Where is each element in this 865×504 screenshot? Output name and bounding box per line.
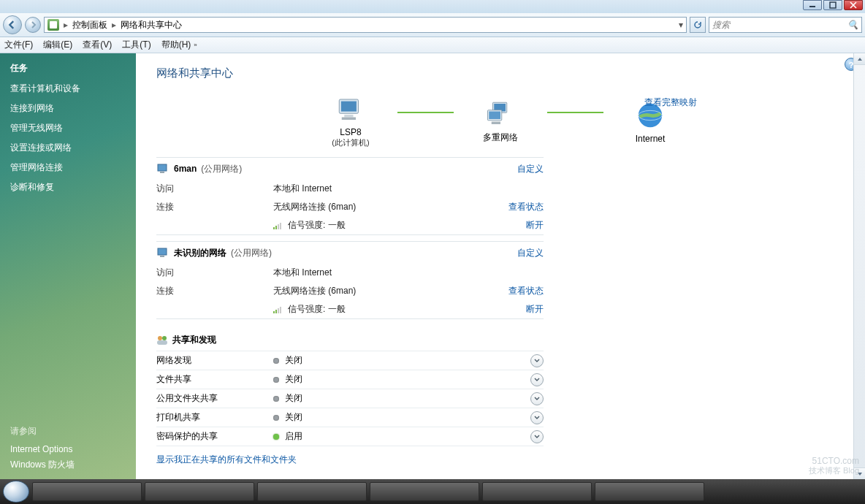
row-key: 访问 bbox=[156, 267, 273, 279]
seealso-link[interactable]: Internet Options bbox=[10, 442, 126, 457]
sharing-value: 关闭 bbox=[285, 354, 530, 367]
task-link[interactable]: 管理无线网络 bbox=[0, 118, 136, 138]
status-dot-icon bbox=[273, 377, 279, 383]
status-dot-icon bbox=[273, 396, 279, 402]
view-full-map-link[interactable]: 查看完整映射 bbox=[644, 96, 697, 109]
row-key bbox=[156, 303, 273, 316]
expand-button[interactable] bbox=[530, 392, 544, 405]
network-type: (公用网络) bbox=[201, 163, 242, 175]
taskbar-button[interactable] bbox=[370, 482, 479, 501]
breadcrumb-item[interactable]: 网络和共享中心 bbox=[121, 19, 182, 31]
row-value: 本地和 Internet bbox=[273, 267, 544, 279]
seealso-link[interactable]: Windows 防火墙 bbox=[10, 457, 126, 473]
sharing-key: 公用文件夹共享 bbox=[156, 392, 273, 405]
map-node-sublabel: (此计算机) bbox=[332, 137, 369, 148]
row-action-link[interactable]: 查看状态 bbox=[508, 201, 544, 213]
sharing-title: 共享和发现 bbox=[172, 334, 216, 346]
taskbar-button[interactable] bbox=[257, 482, 367, 501]
row-value: 信号强度: 一般断开 bbox=[273, 219, 544, 232]
status-dot-icon bbox=[273, 415, 279, 421]
task-link[interactable]: 诊断和修复 bbox=[0, 177, 136, 197]
breadcrumb-item[interactable]: 控制面板 bbox=[72, 19, 107, 31]
sharing-row: 网络发现 关闭 bbox=[156, 351, 544, 370]
row-action-link[interactable]: 断开 bbox=[526, 219, 544, 232]
network-row: 信号强度: 一般断开 bbox=[156, 216, 544, 234]
task-link[interactable]: 管理网络连接 bbox=[0, 158, 136, 177]
sharing-header: 共享和发现 bbox=[156, 334, 544, 346]
network-row: 访问 本地和 Internet bbox=[156, 180, 544, 198]
taskbar-button[interactable] bbox=[145, 482, 254, 501]
task-link[interactable]: 设置连接或网络 bbox=[0, 138, 136, 158]
network-name: 未识别的网络 bbox=[174, 247, 226, 259]
search-box[interactable]: 搜索 🔍 bbox=[709, 17, 862, 33]
show-shared-files-link[interactable]: 显示我正在共享的所有文件和文件夹 bbox=[156, 454, 544, 466]
network-section: 6man (公用网络) 自定义访问 本地和 Internet连接 无线网络连接 … bbox=[156, 157, 544, 235]
network-row: 连接 无线网络连接 (6man)查看状态 bbox=[156, 282, 544, 300]
row-key: 连接 bbox=[156, 201, 273, 213]
expand-button[interactable] bbox=[530, 373, 544, 386]
row-value: 无线网络连接 (6man)查看状态 bbox=[273, 201, 544, 213]
tasks-sidebar: 任务 查看计算机和设备 连接到网络 管理无线网络 设置连接或网络 管理网络连接 … bbox=[0, 53, 136, 479]
menu-chevron-icon[interactable]: » bbox=[194, 42, 197, 48]
refresh-button[interactable] bbox=[690, 17, 706, 33]
address-dropdown-icon[interactable]: ▾ bbox=[679, 20, 683, 30]
row-key: 连接 bbox=[156, 285, 273, 297]
breadcrumb-sep-icon: ▸ bbox=[112, 20, 116, 30]
customize-link[interactable]: 自定义 bbox=[517, 247, 544, 259]
sharing-table: 网络发现 关闭 文件共享 关闭 公用文件夹共享 关闭 打印机共享 关闭 密码保护… bbox=[156, 351, 544, 446]
network-row: 访问 本地和 Internet bbox=[156, 264, 544, 282]
menu-edit[interactable]: 编辑(E) bbox=[43, 39, 72, 51]
task-link[interactable]: 连接到网络 bbox=[0, 99, 136, 118]
close-button[interactable] bbox=[844, 0, 863, 10]
map-node-label: Internet bbox=[636, 134, 666, 144]
expand-button[interactable] bbox=[530, 411, 544, 424]
menu-bar: 文件(F) 编辑(E) 查看(V) 工具(T) 帮助(H) » bbox=[0, 37, 865, 53]
expand-button[interactable] bbox=[530, 430, 544, 443]
sharing-value: 启用 bbox=[285, 430, 530, 443]
vertical-scrollbar[interactable] bbox=[853, 53, 865, 479]
expand-button[interactable] bbox=[530, 354, 544, 367]
sharing-row: 密码保护的共享 启用 bbox=[156, 427, 544, 446]
sharing-key: 文件共享 bbox=[156, 373, 273, 386]
taskbar-button[interactable] bbox=[482, 482, 592, 501]
forward-button[interactable] bbox=[25, 17, 41, 33]
customize-link[interactable]: 自定义 bbox=[517, 163, 544, 175]
tasks-header: 任务 bbox=[0, 62, 136, 79]
network-row: 信号强度: 一般断开 bbox=[156, 300, 544, 318]
menu-view[interactable]: 查看(V) bbox=[83, 39, 112, 51]
menu-help[interactable]: 帮助(H) bbox=[161, 39, 191, 51]
scroll-up-icon[interactable] bbox=[854, 53, 865, 65]
minimize-button[interactable] bbox=[803, 0, 822, 10]
map-connection-line bbox=[397, 112, 454, 113]
main-content: ? 网络和共享中心 查看完整映射 LSP8 (此计算机) 多重网络 bbox=[136, 53, 865, 479]
row-action-link[interactable]: 断开 bbox=[526, 303, 544, 316]
svg-rect-4 bbox=[344, 115, 353, 118]
scroll-down-icon[interactable] bbox=[854, 467, 865, 479]
back-button[interactable] bbox=[3, 15, 22, 34]
map-node-label: 多重网络 bbox=[483, 131, 518, 144]
sharing-row: 文件共享 关闭 bbox=[156, 370, 544, 389]
taskbar-button[interactable] bbox=[32, 482, 142, 501]
network-icon bbox=[485, 101, 516, 127]
row-value: 本地和 Internet bbox=[273, 183, 544, 195]
users-icon bbox=[156, 335, 168, 346]
network-section: 未识别的网络 (公用网络) 自定义访问 本地和 Internet连接 无线网络连… bbox=[156, 241, 544, 319]
row-action-link[interactable]: 查看状态 bbox=[508, 285, 544, 297]
sharing-value: 关闭 bbox=[285, 411, 530, 424]
svg-rect-3 bbox=[341, 102, 357, 112]
row-key: 访问 bbox=[156, 183, 273, 195]
svg-rect-5 bbox=[342, 118, 356, 121]
search-icon[interactable]: 🔍 bbox=[847, 20, 858, 30]
menu-file[interactable]: 文件(F) bbox=[4, 39, 33, 51]
task-link[interactable]: 查看计算机和设备 bbox=[0, 79, 136, 99]
maximize-button[interactable] bbox=[823, 0, 842, 10]
taskbar-button[interactable] bbox=[595, 482, 704, 501]
sharing-value: 关闭 bbox=[285, 373, 530, 386]
search-placeholder: 搜索 bbox=[712, 19, 730, 31]
row-key bbox=[156, 219, 273, 232]
address-bar[interactable]: ▸ 控制面板 ▸ 网络和共享中心 ▾ bbox=[44, 17, 687, 33]
svg-rect-13 bbox=[158, 164, 167, 171]
taskbar[interactable] bbox=[0, 479, 865, 504]
start-button[interactable] bbox=[3, 481, 29, 503]
menu-tools[interactable]: 工具(T) bbox=[122, 39, 150, 51]
